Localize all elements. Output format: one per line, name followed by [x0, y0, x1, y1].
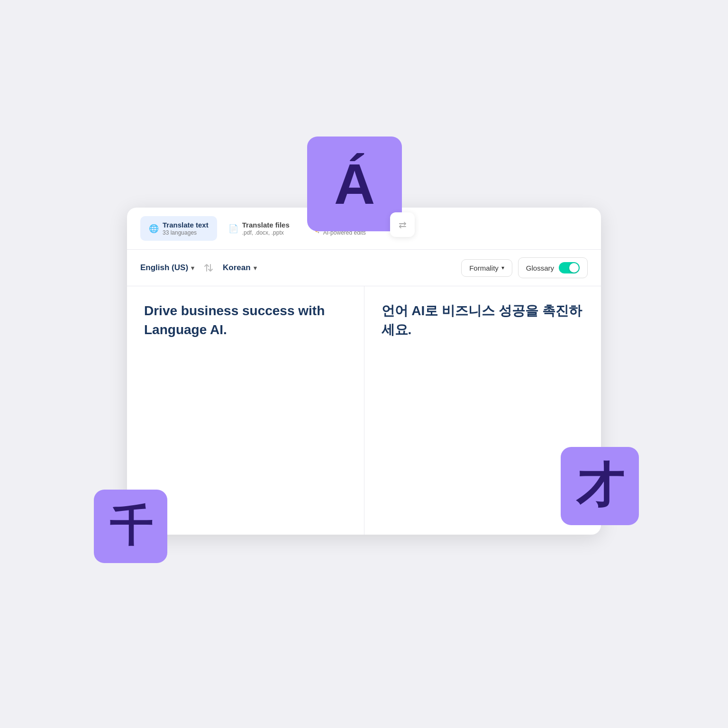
- source-language-label: English (US): [140, 263, 188, 273]
- glossary-button[interactable]: Glossary: [518, 257, 588, 278]
- source-language-chevron: ▾: [191, 264, 194, 272]
- tab-translate-text-sublabel: 33 languages: [163, 229, 209, 236]
- source-text: Drive business success with Language AI.: [144, 301, 347, 338]
- main-card: 🌐 Translate text 33 languages 📄 Translat…: [127, 208, 601, 535]
- formality-label: Formality: [469, 264, 499, 272]
- target-language-chevron: ▾: [254, 264, 257, 272]
- tab-translate-files-sublabel: .pdf, .docx, .pptx: [242, 229, 290, 236]
- formality-button[interactable]: Formality ▾: [461, 259, 512, 277]
- tile-bottom-left-char: 千: [109, 498, 152, 555]
- glossary-label: Glossary: [526, 264, 554, 272]
- file-icon: 📄: [228, 224, 238, 234]
- tab-translate-text-label: Translate text: [163, 221, 209, 229]
- source-language-selector[interactable]: English (US) ▾: [140, 263, 194, 273]
- tab-translate-files[interactable]: 📄 Translate files .pdf, .docx, .pptx: [220, 216, 298, 241]
- tile-top: Á: [307, 136, 402, 231]
- tile-bottom-right: 才: [561, 447, 639, 525]
- glossary-toggle[interactable]: [559, 262, 580, 273]
- tab-translate-files-label: Translate files: [242, 221, 290, 229]
- tab-translate-text[interactable]: 🌐 Translate text 33 languages: [140, 216, 217, 241]
- tile-bottom-left: 千: [94, 490, 167, 563]
- translation-panels: Drive business success with Language AI.…: [127, 286, 601, 535]
- tile-top-char: Á: [334, 151, 375, 217]
- language-bar: English (US) ▾ Korean ▾ Formality ▾ Glos…: [127, 250, 601, 286]
- target-text: 언어 AI로 비즈니스 성공을 촉진하세요.: [382, 301, 584, 338]
- main-scene: Á ⇄ 千 才 🌐 Translate text 33 languages 📄 …: [103, 151, 625, 577]
- swap-floating-icon: ⇄: [390, 212, 415, 237]
- target-language-selector[interactable]: Korean ▾: [223, 263, 257, 273]
- toggle-knob: [569, 263, 579, 273]
- tile-bottom-right-char: 才: [576, 454, 624, 518]
- language-swap-button[interactable]: [200, 259, 217, 276]
- formality-chevron: ▾: [501, 264, 504, 271]
- globe-icon: 🌐: [149, 224, 159, 234]
- target-language-label: Korean: [223, 263, 251, 273]
